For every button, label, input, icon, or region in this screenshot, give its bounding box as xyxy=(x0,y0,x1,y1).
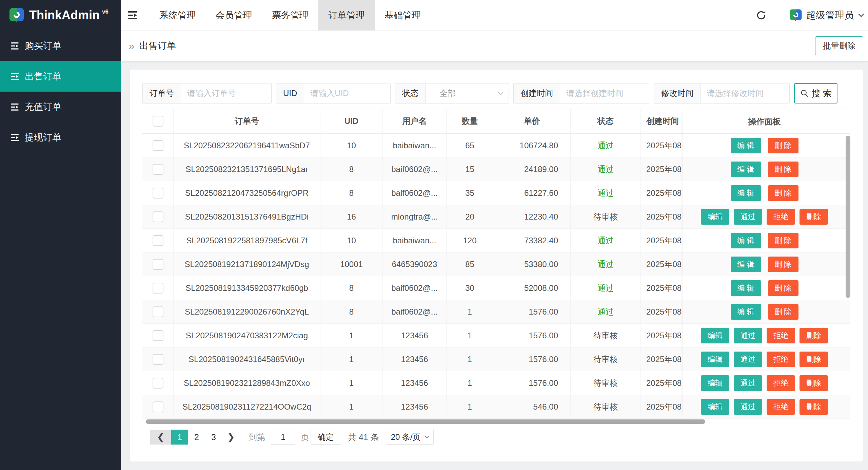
edit-button[interactable]: 编辑 xyxy=(701,399,729,415)
col-header-unit-price: 单价 xyxy=(493,109,571,134)
create-time-input[interactable] xyxy=(560,83,649,103)
row-checkbox[interactable] xyxy=(153,378,163,389)
edit-button[interactable]: 编 辑 xyxy=(731,304,761,320)
approve-button[interactable]: 通过 xyxy=(734,328,762,343)
search-button[interactable]: 搜 索 xyxy=(794,83,837,104)
edit-button[interactable]: 编辑 xyxy=(701,328,729,343)
delete-button[interactable]: 删 除 xyxy=(768,257,798,272)
select-all-checkbox[interactable] xyxy=(153,116,163,127)
vertical-scrollbar-thumb[interactable] xyxy=(846,136,850,298)
cell-unit-price: 106724.80 xyxy=(493,134,571,157)
row-checkbox[interactable] xyxy=(153,330,163,341)
cell-unit-price: 1576.00 xyxy=(493,300,571,324)
page-button-2[interactable]: 2 xyxy=(188,430,205,445)
edit-button[interactable]: 编辑 xyxy=(701,209,729,225)
cell-username: 123456 xyxy=(383,324,447,347)
edit-button[interactable]: 编辑 xyxy=(701,375,729,391)
delete-button[interactable]: 删除 xyxy=(800,328,828,343)
row-checkbox[interactable] xyxy=(153,354,163,365)
goto-page-input[interactable] xyxy=(271,430,295,445)
row-checkbox[interactable] xyxy=(153,283,163,294)
status-select[interactable]: -- 全部 -- xyxy=(426,83,509,103)
delete-button[interactable]: 删 除 xyxy=(768,233,798,248)
row-checkbox[interactable] xyxy=(153,211,163,222)
user-menu[interactable]: 超级管理员 xyxy=(789,9,863,22)
prev-page-button[interactable]: ❮ xyxy=(150,430,171,445)
row-checkbox[interactable] xyxy=(153,235,163,246)
nav-tab-4[interactable]: 基础管理 xyxy=(375,0,431,31)
nav-tab-2[interactable]: 票务管理 xyxy=(262,0,318,31)
vertical-scrollbar xyxy=(846,134,850,419)
cell-uid: 1 xyxy=(320,395,383,419)
refresh-icon[interactable] xyxy=(755,10,767,21)
orders-card: 订单号 UID 状态 -- 全部 -- xyxy=(130,70,863,462)
status-label: 状态 xyxy=(395,83,426,103)
delete-button[interactable]: 删除 xyxy=(800,209,828,225)
cell-unit-price: 1576.00 xyxy=(493,371,571,395)
row-checkbox[interactable] xyxy=(153,401,163,412)
modify-time-input[interactable] xyxy=(701,83,789,103)
sidebar-item-3[interactable]: 提现订单 xyxy=(0,122,121,153)
edit-button[interactable]: 编辑 xyxy=(701,352,729,367)
reject-button[interactable]: 拒绝 xyxy=(767,352,795,367)
edit-button[interactable]: 编 辑 xyxy=(731,138,761,153)
delete-button[interactable]: 删 除 xyxy=(768,280,798,296)
cell-uid: 1 xyxy=(320,324,383,347)
row-checkbox[interactable] xyxy=(153,140,163,151)
approve-button[interactable]: 通过 xyxy=(734,352,762,367)
approve-button[interactable]: 通过 xyxy=(734,375,762,391)
cell-order-no: SL2025082321351371695LNg1ar xyxy=(174,157,320,181)
cell-order-no: SL2025082120473250564rgrOPR xyxy=(174,181,320,205)
cell-username: baibaiwan... xyxy=(383,229,447,252)
edit-button[interactable]: 编 辑 xyxy=(731,280,761,296)
approve-button[interactable]: 通过 xyxy=(734,209,762,225)
page-button-3[interactable]: 3 xyxy=(205,430,222,445)
cell-uid: 8 xyxy=(320,300,383,324)
sidebar-item-2[interactable]: 充值订单 xyxy=(0,92,121,122)
cell-status: 通过 xyxy=(571,276,641,300)
delete-button[interactable]: 删 除 xyxy=(768,138,798,153)
reject-button[interactable]: 拒绝 xyxy=(767,328,795,343)
batch-delete-button[interactable]: 批量删除 xyxy=(815,36,863,55)
row-checkbox[interactable] xyxy=(153,188,163,199)
row-checkbox[interactable] xyxy=(153,259,163,270)
col-header-order-no: 订单号 xyxy=(174,109,320,134)
sidebar-item-label: 提现订单 xyxy=(25,131,61,144)
col-header-actions: 操作面板 xyxy=(683,109,846,134)
delete-button[interactable]: 删 除 xyxy=(768,162,798,177)
menu-spread-icon[interactable] xyxy=(127,10,139,20)
delete-button[interactable]: 删除 xyxy=(800,399,828,415)
total-count-label: 共 41 条 xyxy=(348,432,379,443)
delete-button[interactable]: 删 除 xyxy=(768,185,798,201)
horizontal-scrollbar-thumb[interactable] xyxy=(146,419,705,424)
row-checkbox[interactable] xyxy=(153,164,163,175)
nav-tab-1[interactable]: 会员管理 xyxy=(206,0,262,31)
filter-create-time: 创建时间 xyxy=(513,83,649,104)
edit-button[interactable]: 编 辑 xyxy=(731,185,761,201)
edit-button[interactable]: 编 辑 xyxy=(731,257,761,272)
delete-button[interactable]: 删 除 xyxy=(768,304,798,320)
reject-button[interactable]: 拒绝 xyxy=(767,375,795,391)
reject-button[interactable]: 拒绝 xyxy=(767,399,795,415)
page-size-select[interactable]: 20 条/页 xyxy=(386,430,434,445)
uid-input[interactable] xyxy=(304,83,390,103)
delete-button[interactable]: 删除 xyxy=(800,375,828,391)
delete-button[interactable]: 删除 xyxy=(800,352,828,367)
cell-unit-price: 1576.00 xyxy=(493,324,571,347)
sidebar-item-0[interactable]: 购买订单 xyxy=(0,31,121,61)
confirm-page-button[interactable]: 确定 xyxy=(311,430,341,445)
nav-tab-0[interactable]: 系统管理 xyxy=(150,0,206,31)
order-no-input[interactable] xyxy=(181,83,271,103)
edit-button[interactable]: 编 辑 xyxy=(731,162,761,177)
topbar-right: 超级管理员 xyxy=(755,9,868,22)
next-page-button[interactable]: ❯ xyxy=(222,430,240,445)
approve-button[interactable]: 通过 xyxy=(734,399,762,415)
current-user-name: 超级管理员 xyxy=(806,9,854,22)
cell-order-no: SL2025081902431645885Vit0yr xyxy=(174,347,320,371)
edit-button[interactable]: 编 辑 xyxy=(731,233,761,248)
nav-tab-3[interactable]: 订单管理 xyxy=(318,0,375,31)
reject-button[interactable]: 拒绝 xyxy=(767,209,795,225)
row-checkbox[interactable] xyxy=(153,306,163,317)
sidebar-item-1[interactable]: 出售订单 xyxy=(0,61,121,92)
page-button-1[interactable]: 1 xyxy=(171,430,188,445)
